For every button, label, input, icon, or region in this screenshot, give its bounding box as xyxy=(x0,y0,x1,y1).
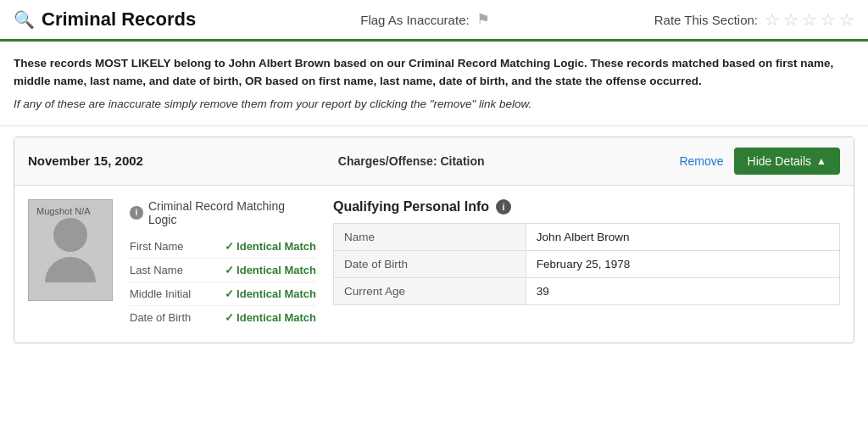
match-label-firstname: First Name xyxy=(130,240,184,253)
table-cell-dob-label: Date of Birth xyxy=(334,250,526,277)
table-cell-age-label: Current Age xyxy=(334,277,526,304)
star-1[interactable]: ☆ xyxy=(765,9,780,30)
record-date: November 15, 2002 xyxy=(28,153,143,168)
arrow-up-icon: ▲ xyxy=(816,155,826,167)
matching-row-middleinitial: Middle Initial ✓ Identical Match xyxy=(130,282,316,306)
star-rating[interactable]: ☆ ☆ ☆ ☆ ☆ xyxy=(765,9,854,30)
flag-icon[interactable]: ⚑ xyxy=(476,10,490,29)
matching-logic-section: i Criminal Record Matching Logic First N… xyxy=(130,199,316,329)
match-label-middleinitial: Middle Initial xyxy=(130,287,191,300)
match-value-dob: ✓ Identical Match xyxy=(225,311,316,324)
record-actions: Remove Hide Details ▲ xyxy=(679,148,840,175)
check-icon-lastname: ✓ xyxy=(225,264,234,276)
match-value-middleinitial: ✓ Identical Match xyxy=(225,287,316,300)
match-value-firstname: ✓ Identical Match xyxy=(225,240,316,253)
matching-row-dob: Date of Birth ✓ Identical Match xyxy=(130,306,316,329)
match-label-lastname: Last Name xyxy=(130,264,183,276)
check-icon-dob: ✓ xyxy=(225,311,234,324)
table-cell-name-label: Name xyxy=(334,223,526,250)
search-icon: 🔍 xyxy=(14,9,35,30)
description-main: These records MOST LIKELY belong to John… xyxy=(14,55,854,91)
description-italic: If any of these are inaccurate simply re… xyxy=(14,96,854,114)
remove-link[interactable]: Remove xyxy=(679,154,723,168)
qualifying-info-section: Qualifying Personal Info i Name John Alb… xyxy=(333,199,840,329)
flag-section: Flag As Inaccurate: ⚑ xyxy=(360,10,489,29)
charges-label: Charges/Offense: xyxy=(338,154,437,168)
page-title: Criminal Records xyxy=(42,8,196,31)
star-3[interactable]: ☆ xyxy=(802,9,817,30)
page-title-group: 🔍 Criminal Records xyxy=(14,8,196,31)
mugshot-label: Mugshot N/A xyxy=(34,205,93,217)
hide-details-label: Hide Details xyxy=(748,154,811,168)
record-card: November 15, 2002 Charges/Offense: Citat… xyxy=(14,137,854,343)
record-body: Mugshot N/A i Criminal Record Matching L… xyxy=(14,186,854,343)
check-icon-middleinitial: ✓ xyxy=(225,287,234,300)
table-row-name: Name John Albert Brown xyxy=(334,223,840,250)
description-section: These records MOST LIKELY belong to John… xyxy=(0,42,868,126)
record-header: November 15, 2002 Charges/Offense: Citat… xyxy=(14,137,854,186)
mugshot-body-icon xyxy=(45,257,96,282)
table-row-age: Current Age 39 xyxy=(334,277,840,304)
flag-label: Flag As Inaccurate: xyxy=(360,13,469,27)
star-2[interactable]: ☆ xyxy=(783,9,798,30)
table-row-dob: Date of Birth February 25, 1978 xyxy=(334,250,840,277)
check-icon-firstname: ✓ xyxy=(225,240,234,253)
qualifying-info-header: Qualifying Personal Info i xyxy=(333,199,840,215)
matching-row-lastname: Last Name ✓ Identical Match xyxy=(130,259,316,282)
charges-value: Citation xyxy=(440,154,484,168)
table-cell-name-value: John Albert Brown xyxy=(526,223,839,250)
matching-row-firstname: First Name ✓ Identical Match xyxy=(130,235,316,259)
match-label-dob: Date of Birth xyxy=(130,311,191,324)
record-charges: Charges/Offense: Citation xyxy=(338,154,485,168)
rate-section: Rate This Section: ☆ ☆ ☆ ☆ ☆ xyxy=(654,9,854,30)
table-cell-dob-value: February 25, 1978 xyxy=(526,250,839,277)
mugshot: Mugshot N/A xyxy=(28,199,113,301)
star-4[interactable]: ☆ xyxy=(821,9,836,30)
matching-logic-title: Criminal Record Matching Logic xyxy=(148,199,316,226)
table-cell-age-value: 39 xyxy=(526,277,839,304)
page-header: 🔍 Criminal Records Flag As Inaccurate: ⚑… xyxy=(0,0,868,42)
hide-details-button[interactable]: Hide Details ▲ xyxy=(734,148,840,175)
mugshot-person-icon xyxy=(53,218,87,252)
match-value-lastname: ✓ Identical Match xyxy=(225,264,316,276)
info-circle-icon: i xyxy=(130,206,143,220)
rate-label: Rate This Section: xyxy=(654,13,758,27)
qualifying-info-table: Name John Albert Brown Date of Birth Feb… xyxy=(333,223,840,305)
matching-logic-header: i Criminal Record Matching Logic xyxy=(130,199,316,226)
qualifying-info-title: Qualifying Personal Info xyxy=(333,199,489,215)
star-5[interactable]: ☆ xyxy=(839,9,854,30)
info-icon[interactable]: i xyxy=(496,199,511,215)
